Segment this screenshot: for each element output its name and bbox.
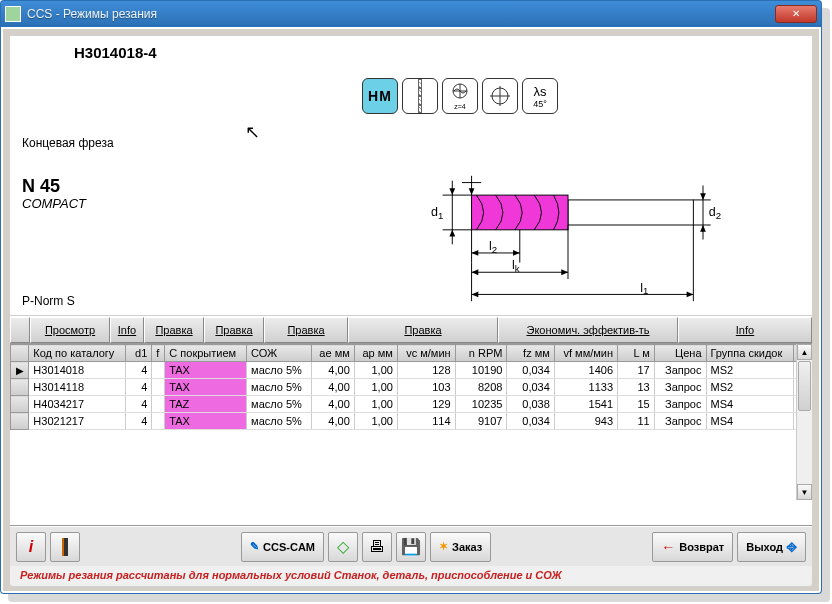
cursor-icon: ↖ bbox=[245, 121, 260, 143]
cell-n: 8208 bbox=[455, 379, 507, 396]
cell-vc: 114 bbox=[397, 413, 455, 430]
catalog-button[interactable] bbox=[50, 532, 80, 562]
cell-vf: 943 bbox=[554, 413, 617, 430]
ccs-cam-button[interactable]: ✎CCS-CAM bbox=[241, 532, 324, 562]
content: H3014018-4 ↖ HM z=4 λs 45° bbox=[9, 35, 813, 587]
svg-marker-21 bbox=[472, 250, 479, 256]
col-vf[interactable]: vf мм/мин bbox=[554, 345, 617, 362]
cell-L: 13 bbox=[618, 379, 655, 396]
row-selector[interactable] bbox=[11, 413, 29, 430]
cell-vc: 129 bbox=[397, 396, 455, 413]
cell-group: MS2 bbox=[706, 362, 793, 379]
cell-coat: TAX bbox=[165, 379, 247, 396]
row-selector[interactable] bbox=[11, 396, 29, 413]
col-n[interactable]: n RPM bbox=[455, 345, 507, 362]
cell-f bbox=[152, 379, 165, 396]
svg-marker-27 bbox=[561, 269, 568, 275]
cell-cool: масло 5% bbox=[247, 362, 312, 379]
cell-code: H3014018 bbox=[29, 362, 126, 379]
info-button-2[interactable]: Info bbox=[678, 317, 812, 343]
cell-ap: 1,00 bbox=[354, 396, 397, 413]
cell-coat: TAX bbox=[165, 362, 247, 379]
norm-label: P-Norm S bbox=[22, 294, 75, 308]
print-button[interactable]: 🖶 bbox=[362, 532, 392, 562]
scroll-down-button[interactable]: ▼ bbox=[797, 484, 812, 500]
edit-button-1[interactable]: Правка bbox=[144, 317, 204, 343]
row-selector[interactable] bbox=[11, 379, 29, 396]
svg-rect-4 bbox=[568, 200, 693, 225]
col-group[interactable]: Группа скидок bbox=[706, 345, 793, 362]
col-vc[interactable]: vc м/мин bbox=[397, 345, 455, 362]
data-table: Код по каталогу d1 f С покрытием СОЖ ae … bbox=[10, 344, 812, 430]
tolerance-icon bbox=[482, 78, 518, 114]
svg-marker-9 bbox=[449, 188, 455, 195]
cell-ae: 4,00 bbox=[311, 362, 354, 379]
cell-group: MS2 bbox=[706, 379, 793, 396]
cell-n: 9107 bbox=[455, 413, 507, 430]
table-row[interactable]: H30141184TAXмасло 5%4,001,0010382080,034… bbox=[11, 379, 812, 396]
back-button[interactable]: ←Возврат bbox=[652, 532, 733, 562]
order-button[interactable]: ✶Заказ bbox=[430, 532, 491, 562]
svg-marker-33 bbox=[687, 292, 694, 298]
col-price[interactable]: Цена bbox=[654, 345, 706, 362]
cell-f bbox=[152, 413, 165, 430]
info-button[interactable]: Info bbox=[110, 317, 144, 343]
cell-cool: масло 5% bbox=[247, 379, 312, 396]
cell-price: Запрос bbox=[654, 362, 706, 379]
cell-fz: 0,034 bbox=[507, 379, 554, 396]
table-row[interactable]: H30212174TAXмасло 5%4,001,0011491070,034… bbox=[11, 413, 812, 430]
col-cool[interactable]: СОЖ bbox=[247, 345, 312, 362]
cell-fz: 0,034 bbox=[507, 362, 554, 379]
save-button[interactable]: 💾 bbox=[396, 532, 426, 562]
col-ap[interactable]: ap мм bbox=[354, 345, 397, 362]
cell-vc: 128 bbox=[397, 362, 455, 379]
col-L[interactable]: L м bbox=[618, 345, 655, 362]
info-panel: H3014018-4 ↖ HM z=4 λs 45° bbox=[10, 36, 812, 316]
cell-L: 11 bbox=[618, 413, 655, 430]
cell-cool: масло 5% bbox=[247, 396, 312, 413]
col-coat[interactable]: С покрытием bbox=[165, 345, 247, 362]
cell-ap: 1,00 bbox=[354, 362, 397, 379]
col-ae[interactable]: ae мм bbox=[311, 345, 354, 362]
col-code[interactable]: Код по каталогу bbox=[29, 345, 126, 362]
edit-button-4[interactable]: Правка bbox=[348, 317, 498, 343]
close-button[interactable]: ✕ bbox=[775, 5, 817, 23]
data-table-wrap: Код по каталогу d1 f С покрытием СОЖ ae … bbox=[10, 344, 812, 526]
col-fz[interactable]: fz мм bbox=[507, 345, 554, 362]
series-sub-label: COMPACT bbox=[22, 196, 86, 211]
efficiency-button[interactable]: Экономич. эффектив-ть bbox=[498, 317, 678, 343]
cell-price: Запрос bbox=[654, 396, 706, 413]
col-d1[interactable]: d1 bbox=[126, 345, 152, 362]
cell-L: 15 bbox=[618, 396, 655, 413]
svg-marker-10 bbox=[449, 230, 455, 237]
svg-text:l1: l1 bbox=[640, 281, 648, 297]
cell-L: 17 bbox=[618, 362, 655, 379]
edit-button-3[interactable]: Правка bbox=[264, 317, 348, 343]
cell-ae: 4,00 bbox=[311, 413, 354, 430]
col-f[interactable]: f bbox=[152, 345, 165, 362]
edit-button-2[interactable]: Правка bbox=[204, 317, 264, 343]
table-row[interactable]: H40342174TAZмасло 5%4,001,00129102350,03… bbox=[11, 396, 812, 413]
window: CCS - Режимы резания ✕ H3014018-4 ↖ HM z… bbox=[0, 0, 822, 594]
scroll-thumb[interactable] bbox=[798, 361, 811, 411]
about-button[interactable]: i bbox=[16, 532, 46, 562]
view-button[interactable]: Просмотр bbox=[30, 317, 110, 343]
table-row[interactable]: ▶H30140184TAXмасло 5%4,001,00128101900,0… bbox=[11, 362, 812, 379]
flute-icon bbox=[402, 78, 438, 114]
cell-f bbox=[152, 362, 165, 379]
tool-diagram: d1 d2 l2 lk bbox=[418, 171, 718, 306]
svg-text:d1: d1 bbox=[431, 205, 443, 221]
cell-code: H4034217 bbox=[29, 396, 126, 413]
cell-code: H3014118 bbox=[29, 379, 126, 396]
svg-text:l2: l2 bbox=[489, 239, 497, 255]
vertical-scrollbar[interactable]: ▲ ▼ bbox=[796, 344, 812, 500]
document-button[interactable]: ◇ bbox=[328, 532, 358, 562]
svg-marker-37 bbox=[469, 188, 475, 195]
row-selector[interactable]: ▶ bbox=[11, 362, 29, 379]
scroll-up-button[interactable]: ▲ bbox=[797, 344, 812, 360]
cell-vf: 1133 bbox=[554, 379, 617, 396]
cell-fz: 0,038 bbox=[507, 396, 554, 413]
cell-vc: 103 bbox=[397, 379, 455, 396]
cell-ae: 4,00 bbox=[311, 396, 354, 413]
exit-button[interactable]: Выход⎆ bbox=[737, 532, 806, 562]
